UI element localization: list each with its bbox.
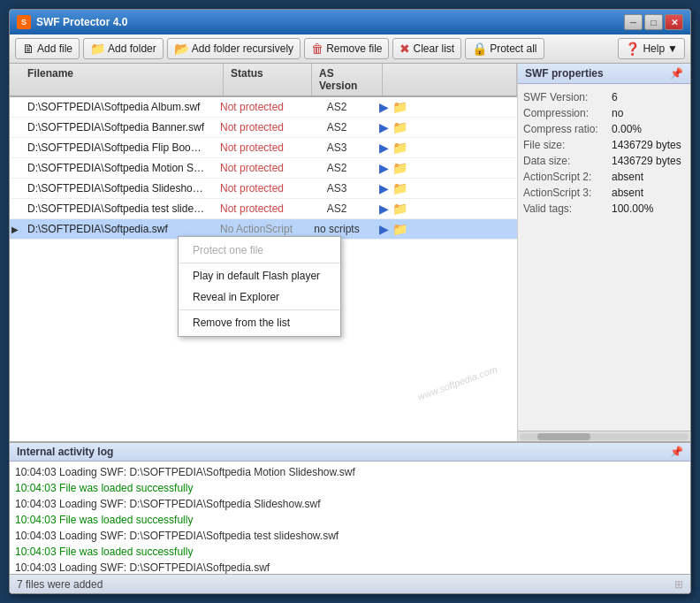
prop-value: absent <box>612 187 643 199</box>
context-menu-item-reveal[interactable]: Reveal in Explorer <box>179 286 340 308</box>
play-icon[interactable]: ▶ <box>379 202 389 216</box>
play-icon[interactable]: ▶ <box>379 222 389 236</box>
col-header-status[interactable]: Status <box>224 64 312 95</box>
status-cell: Not protected <box>213 98 301 116</box>
prop-row: File size: 1436729 bytes <box>523 137 685 153</box>
status-cell: Not protected <box>213 159 301 177</box>
log-line: 10:04:03 File was loaded successfully <box>15 512 685 528</box>
log-line: 10:04:03 Loading SWF: D:\SOFTPEDIA\Softp… <box>15 528 685 544</box>
prop-label: File size: <box>523 139 612 151</box>
clear-list-label: Clear list <box>413 42 454 55</box>
filename-cell: D:\SOFTPEDIA\Softpedia Slideshow.... <box>20 179 213 197</box>
scrollbar-track <box>520 433 689 440</box>
folder-icon[interactable]: 📁 <box>392 100 407 114</box>
add-file-button[interactable]: 🗎 Add file <box>15 38 80 59</box>
prop-row: SWF Version: 6 <box>523 89 685 105</box>
prop-label: Valid tags: <box>523 202 612 215</box>
protect-all-button[interactable]: 🔒 Protect all <box>465 38 544 59</box>
status-cell: Not protected <box>213 179 301 197</box>
play-icon[interactable]: ▶ <box>379 161 389 175</box>
remove-file-icon: 🗑 <box>311 42 323 56</box>
filename-cell: D:\SOFTPEDIA\Softpedia Banner.swf <box>20 118 213 136</box>
folder-icon[interactable]: 📁 <box>392 161 407 175</box>
folder-icon[interactable]: 📁 <box>392 120 407 134</box>
status-bar: 7 files were added ⊞ <box>10 574 690 593</box>
folder-icon[interactable]: 📁 <box>392 181 407 195</box>
help-icon: ❓ <box>625 42 640 56</box>
context-menu: Protect one file Play in default Flash p… <box>178 236 341 337</box>
remove-file-label: Remove file <box>326 42 382 55</box>
status-text: 7 files were added <box>17 578 103 591</box>
help-dropdown-icon: ▼ <box>667 42 678 55</box>
file-panel: Filename Status AS Version D:\SOFTPEDIA\… <box>10 64 518 441</box>
table-row[interactable]: D:\SOFTPEDIA\Softpedia Banner.swf Not pr… <box>10 118 517 138</box>
table-row[interactable]: D:\SOFTPEDIA\Softpedia Album.swf Not pro… <box>10 97 517 118</box>
close-button[interactable]: ✕ <box>665 14 683 30</box>
log-content[interactable]: 10:04:03 Loading SWF: D:\SOFTPEDIA\Softp… <box>10 462 690 574</box>
clear-list-icon: ✖ <box>399 42 410 56</box>
action-icons-cell: ▶ 📁 <box>372 158 517 178</box>
clear-list-button[interactable]: ✖ Clear list <box>392 38 461 59</box>
play-icon[interactable]: ▶ <box>379 100 389 114</box>
table-row[interactable]: D:\SOFTPEDIA\Softpedia Slideshow.... Not… <box>10 179 517 199</box>
col-header-asversion[interactable]: AS Version <box>312 64 383 95</box>
toolbar: 🗎 Add file 📁 Add folder 📂 Add folder rec… <box>10 34 690 64</box>
prop-label: Compress ratio: <box>523 123 612 135</box>
scrollbar-thumb[interactable] <box>537 433 590 440</box>
col-header-actions <box>383 64 517 95</box>
log-line: 10:04:03 Loading SWF: D:\SOFTPEDIA\Softp… <box>15 496 685 512</box>
prop-value: 1436729 bytes <box>612 139 681 151</box>
play-icon[interactable]: ▶ <box>379 120 389 134</box>
play-icon[interactable]: ▶ <box>379 181 389 195</box>
action-icons-cell: ▶ 📁 <box>372 199 517 218</box>
filename-cell: D:\SOFTPEDIA\Softpedia Motion Sli... <box>20 159 213 177</box>
help-button[interactable]: ❓ Help ▼ <box>618 38 685 59</box>
context-menu-item-play[interactable]: Play in default Flash player <box>179 265 340 286</box>
prop-row: ActionScript 2: absent <box>523 169 685 185</box>
folder-icon[interactable]: 📁 <box>392 222 407 236</box>
resize-grip[interactable]: ⊞ <box>674 578 683 591</box>
col-header-filename[interactable]: Filename <box>20 64 224 95</box>
folder-icon[interactable]: 📁 <box>392 202 407 216</box>
add-folder-recursive-button[interactable]: 📂 Add folder recursively <box>167 38 301 59</box>
asversion-cell: AS2 <box>301 200 372 218</box>
asversion-cell: AS3 <box>301 139 372 156</box>
properties-scrollbar[interactable] <box>518 431 690 441</box>
context-menu-separator <box>179 263 340 263</box>
prop-row: Data size: 1436729 bytes <box>523 153 685 169</box>
add-folder-button[interactable]: 📁 Add folder <box>83 38 164 59</box>
properties-table: SWF Version: 6 Compression: no Compress … <box>518 84 690 263</box>
context-menu-item-remove[interactable]: Remove from the list <box>179 312 340 333</box>
asversion-cell: AS2 <box>301 159 372 177</box>
prop-row: Compression: no <box>523 105 685 121</box>
log-title: Internal activity log <box>17 446 113 458</box>
remove-file-button[interactable]: 🗑 Remove file <box>304 38 389 59</box>
table-row[interactable]: D:\SOFTPEDIA\Softpedia Motion Sli... Not… <box>10 158 517 179</box>
maximize-button[interactable]: □ <box>644 14 663 30</box>
prop-value: absent <box>612 171 643 183</box>
log-pin-icon: 📌 <box>670 446 683 458</box>
filename-cell: D:\SOFTPEDIA\Softpedia.swf <box>20 220 213 238</box>
context-menu-separator <box>179 309 340 310</box>
asversion-cell: AS2 <box>301 118 372 136</box>
prop-value: 1436729 bytes <box>612 155 681 167</box>
prop-row: Valid tags: 100.00% <box>523 201 685 217</box>
table-row[interactable]: D:\SOFTPEDIA\Softpedia test slides.... N… <box>10 199 517 219</box>
action-icons-cell: ▶ 📁 <box>372 97 517 117</box>
main-window: S SWF Protector 4.0 ─ □ ✕ 🗎 Add file 📁 A… <box>9 9 691 594</box>
play-icon[interactable]: ▶ <box>379 141 389 155</box>
prop-label: Data size: <box>523 155 612 167</box>
main-area: Filename Status AS Version D:\SOFTPEDIA\… <box>10 64 690 441</box>
app-icon: S <box>17 15 31 29</box>
status-cell: No ActionScript <box>213 220 301 238</box>
prop-label: ActionScript 3: <box>523 187 612 199</box>
filename-cell: D:\SOFTPEDIA\Softpedia Album.swf <box>20 98 213 116</box>
properties-panel: SWF properties 📌 SWF Version: 6 Compress… <box>518 64 690 441</box>
folder-icon[interactable]: 📁 <box>392 141 407 155</box>
filename-cell: D:\SOFTPEDIA\Softpedia Flip Book.... <box>20 139 213 156</box>
table-row[interactable]: D:\SOFTPEDIA\Softpedia Flip Book.... Not… <box>10 138 517 158</box>
prop-label: ActionScript 2: <box>523 171 612 183</box>
filename-cell: D:\SOFTPEDIA\Softpedia test slides.... <box>20 200 213 218</box>
minimize-button[interactable]: ─ <box>624 14 643 30</box>
log-header: Internal activity log 📌 <box>10 443 690 462</box>
